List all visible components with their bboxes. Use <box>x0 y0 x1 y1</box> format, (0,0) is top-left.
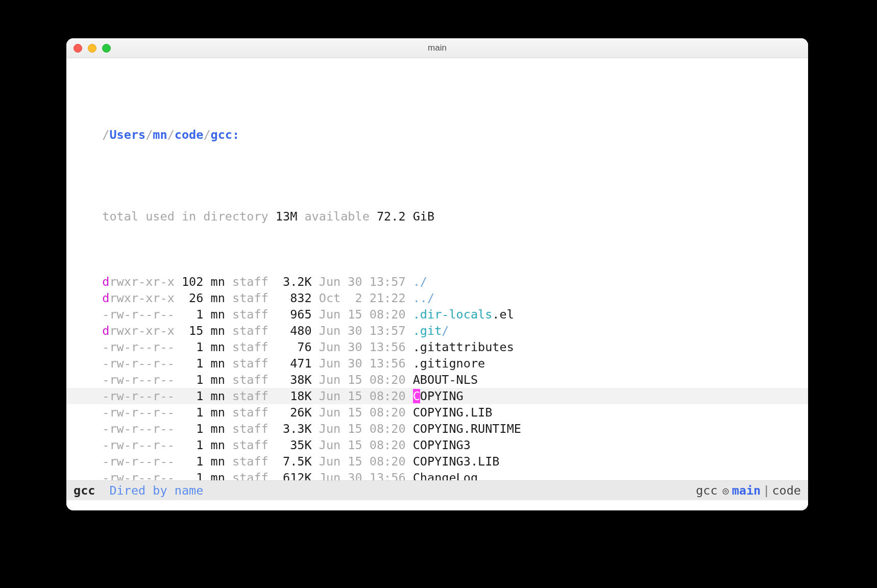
mtime: Jun 15 08:20 <box>312 307 413 322</box>
perm-bits: rw-r--r-- <box>109 438 174 452</box>
modeline-major-mode[interactable]: Dired by name <box>109 483 203 498</box>
dired-path-row: /Users/mn/code/gcc: <box>66 127 808 143</box>
owner: mn <box>203 438 225 452</box>
emacs-window: main /Users/mn/code/gcc: total used in d… <box>66 38 808 510</box>
link-count: 1 <box>175 356 204 371</box>
dired-entry[interactable]: -rw-r--r-- 1 mn staff 471 Jun 30 13:56 .… <box>66 355 808 372</box>
owner: mn <box>203 373 225 387</box>
filename[interactable]: COPYING3 <box>413 438 471 452</box>
dired-entry[interactable]: -rw-r--r-- 1 mn staff 965 Jun 15 08:20 .… <box>66 306 808 323</box>
gutter <box>68 323 88 339</box>
group: staff <box>225 373 269 387</box>
filename[interactable]: ABOUT-NLS <box>413 373 478 387</box>
modeline-buffer-name[interactable]: gcc <box>74 483 95 498</box>
group: staff <box>225 422 269 436</box>
mtime: Jun 30 13:56 <box>312 340 413 354</box>
perm-type: - <box>102 340 109 354</box>
owner: mn <box>203 307 225 322</box>
perm-bits: rw-r--r-- <box>109 373 174 387</box>
gutter <box>68 421 88 437</box>
perm-bits: rw-r--r-- <box>109 307 174 322</box>
titlebar[interactable]: main <box>66 38 808 58</box>
dired-entry[interactable]: -rw-r--r-- 1 mn staff 38K Jun 15 08:20 A… <box>66 372 808 388</box>
dired-entry[interactable]: -rw-r--r-- 1 mn staff 18K Jun 15 08:20 C… <box>66 388 808 404</box>
filename[interactable]: .git <box>413 324 442 338</box>
gutter <box>68 437 88 453</box>
close-icon[interactable] <box>74 44 82 53</box>
gutter <box>68 127 88 143</box>
group: staff <box>225 356 269 371</box>
path-segment[interactable]: code <box>175 128 204 142</box>
dired-entry[interactable]: -rw-r--r-- 1 mn staff 7.5K Jun 15 08:20 … <box>66 453 808 470</box>
filename[interactable]: COPYING.RUNTIME <box>413 422 521 436</box>
filename[interactable]: COPYING3.LIB <box>413 454 500 469</box>
gutter <box>68 208 88 225</box>
modeline: gcc Dired by name gcc ◎ main | code <box>66 480 808 500</box>
link-count: 1 <box>175 422 204 436</box>
mtime: Jun 15 08:20 <box>312 422 413 436</box>
filename[interactable]: .gitattributes <box>413 340 514 354</box>
perm-bits: rwxr-xr-x <box>109 291 174 305</box>
zoom-icon[interactable] <box>102 44 111 53</box>
group: staff <box>225 340 269 354</box>
group: staff <box>225 405 269 420</box>
gutter <box>68 453 88 470</box>
perm-bits: rw-r--r-- <box>109 405 174 420</box>
echo-area[interactable] <box>66 500 808 510</box>
size: 76 <box>269 340 312 354</box>
filename[interactable]: .dir-locals <box>413 307 493 322</box>
filename[interactable]: ./ <box>413 275 427 289</box>
gutter <box>68 404 88 421</box>
mtime: Jun 15 08:20 <box>312 389 413 403</box>
owner: mn <box>203 340 225 354</box>
perm-type: - <box>102 356 109 371</box>
gutter <box>68 388 88 404</box>
owner: mn <box>203 422 225 436</box>
perm-type: - <box>102 454 109 469</box>
dired-entry[interactable]: -rw-r--r-- 1 mn staff 26K Jun 15 08:20 C… <box>66 404 808 421</box>
group: staff <box>225 454 269 469</box>
path-segment[interactable]: Users <box>109 128 145 142</box>
filename[interactable]: COPYING.LIB <box>413 405 493 420</box>
dired-buffer[interactable]: /Users/mn/code/gcc: total used in direct… <box>66 58 808 510</box>
dired-entry[interactable]: -rw-r--r-- 1 mn staff 76 Jun 30 13:56 .g… <box>66 339 808 355</box>
perm-bits: rw-r--r-- <box>109 389 174 403</box>
perm-type: - <box>102 405 109 420</box>
link-count: 1 <box>175 438 204 452</box>
size: 38K <box>269 373 312 387</box>
perm-type: d <box>102 324 109 338</box>
minimize-icon[interactable] <box>88 44 96 53</box>
dired-entry[interactable]: drwxr-xr-x 15 mn staff 480 Jun 30 13:57 … <box>66 323 808 339</box>
dired-entry[interactable]: drwxr-xr-x 26 mn staff 832 Oct 2 21:22 .… <box>66 290 808 306</box>
path-segment[interactable]: gcc <box>211 128 232 142</box>
modeline-right: gcc ◎ main | code <box>696 483 801 498</box>
modeline-project: gcc <box>696 483 717 498</box>
filename-ext[interactable]: / <box>442 324 449 338</box>
dired-entry[interactable]: drwxr-xr-x 102 mn staff 3.2K Jun 30 13:5… <box>66 274 808 290</box>
size: 7.5K <box>269 454 312 469</box>
perm-type: - <box>102 438 109 452</box>
group: staff <box>225 307 269 322</box>
link-count: 102 <box>175 275 204 289</box>
link-count: 1 <box>175 405 204 420</box>
perm-bits: rw-r--r-- <box>109 454 174 469</box>
filename-ext[interactable]: .el <box>492 307 514 322</box>
owner: mn <box>203 324 225 338</box>
gutter <box>68 290 88 306</box>
owner: mn <box>203 389 225 403</box>
perm-type: - <box>102 307 109 322</box>
filename[interactable]: .gitignore <box>413 356 485 371</box>
dired-entry[interactable]: -rw-r--r-- 1 mn staff 3.3K Jun 15 08:20 … <box>66 421 808 437</box>
vc-branch-icon: ◎ <box>723 484 729 497</box>
modeline-branch[interactable]: main <box>732 483 761 498</box>
size: 3.3K <box>269 422 312 436</box>
filename[interactable]: ../ <box>413 291 434 305</box>
filename[interactable]: OPYING <box>420 389 464 403</box>
dired-entry[interactable]: -rw-r--r-- 1 mn staff 35K Jun 15 08:20 C… <box>66 437 808 453</box>
gutter <box>68 355 88 372</box>
perm-bits: rwxr-xr-x <box>109 324 174 338</box>
path-segment[interactable]: mn <box>153 128 167 142</box>
link-count: 1 <box>175 373 204 387</box>
perm-bits: rw-r--r-- <box>109 340 174 354</box>
size: 18K <box>269 389 312 403</box>
